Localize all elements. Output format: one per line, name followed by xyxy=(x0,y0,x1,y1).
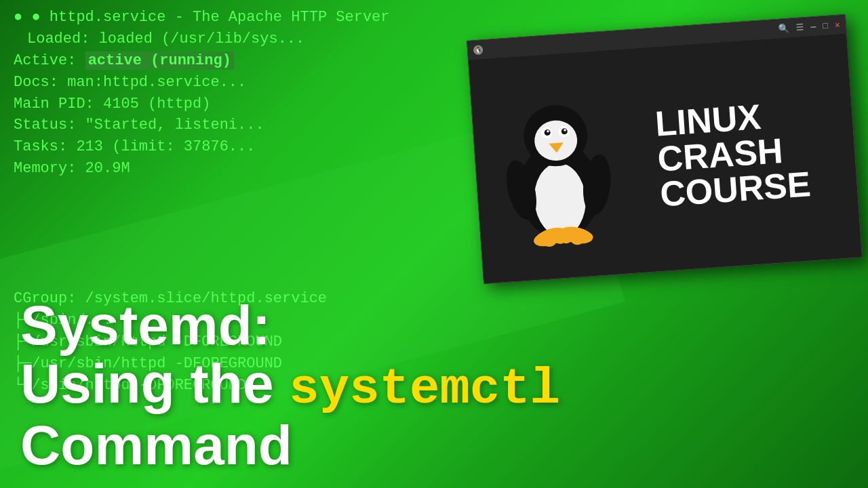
lcc-title-area: LINUX CRASH COURSE xyxy=(622,94,844,214)
tux-penguin-area xyxy=(484,80,631,251)
search-icon[interactable]: 🔍 xyxy=(778,23,789,35)
close-icon[interactable]: ✕ xyxy=(834,20,840,31)
lcc-panel: 🐧 🔍 ☰ — □ ✕ xyxy=(467,14,863,284)
window-actions: 🔍 ☰ — □ ✕ xyxy=(778,20,840,35)
overlay-text: Systemd: Using the systemctl Command xyxy=(20,296,560,474)
overlay-title-line3: Command xyxy=(20,416,560,474)
lcc-body: LINUX CRASH COURSE xyxy=(469,34,862,283)
lcc-title-text: LINUX CRASH COURSE xyxy=(654,96,812,211)
menu-icon[interactable]: ☰ xyxy=(795,22,804,33)
overlay-title-line2: Using the systemctl xyxy=(20,354,560,416)
tux-icon xyxy=(491,81,624,251)
maximize-icon[interactable]: □ xyxy=(823,20,829,31)
overlay-title-line1: Systemd: xyxy=(20,296,560,354)
window-controls: 🐧 xyxy=(473,45,484,55)
minimize-icon[interactable]: — xyxy=(810,22,816,33)
tux-logo-icon: 🐧 xyxy=(473,45,484,55)
